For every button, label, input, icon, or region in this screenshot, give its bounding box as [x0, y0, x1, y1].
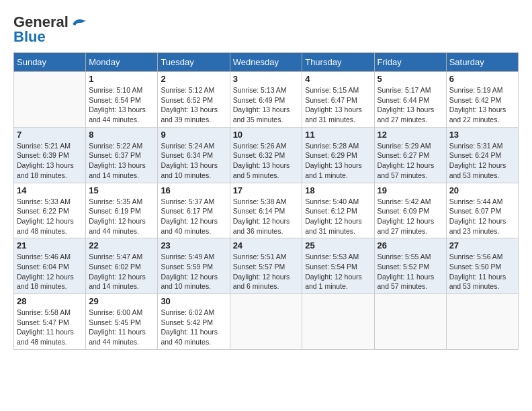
day-info: Sunrise: 5:38 AM Sunset: 6:14 PM Dayligh… [233, 197, 300, 236]
calendar-week-row: 14Sunrise: 5:33 AM Sunset: 6:22 PM Dayli… [14, 183, 519, 238]
day-number: 6 [449, 74, 515, 84]
logo: General Blue [13, 13, 89, 46]
weekday-header-wednesday: Wednesday [230, 53, 302, 72]
day-info: Sunrise: 5:53 AM Sunset: 5:54 PM Dayligh… [305, 252, 371, 291]
day-info: Sunrise: 5:51 AM Sunset: 5:57 PM Dayligh… [233, 252, 300, 291]
day-number: 19 [378, 185, 443, 195]
day-info: Sunrise: 5:56 AM Sunset: 5:50 PM Dayligh… [449, 252, 515, 291]
day-number: 20 [449, 185, 515, 195]
day-info: Sunrise: 5:40 AM Sunset: 6:12 PM Dayligh… [305, 197, 371, 236]
day-number: 14 [17, 185, 83, 195]
day-info: Sunrise: 5:15 AM Sunset: 6:47 PM Dayligh… [305, 85, 371, 125]
calendar-day-27: 27Sunrise: 5:56 AM Sunset: 5:50 PM Dayli… [446, 238, 518, 294]
day-number: 8 [89, 130, 154, 140]
day-info: Sunrise: 5:10 AM Sunset: 6:54 PM Dayligh… [89, 85, 154, 125]
day-number: 7 [17, 130, 83, 140]
calendar-day-6: 6Sunrise: 5:19 AM Sunset: 6:42 PM Daylig… [446, 72, 518, 128]
calendar-day-2: 2Sunrise: 5:12 AM Sunset: 6:52 PM Daylig… [158, 72, 230, 128]
day-number: 18 [305, 185, 371, 195]
day-info: Sunrise: 5:24 AM Sunset: 6:34 PM Dayligh… [161, 141, 226, 181]
calendar-day-28: 28Sunrise: 5:58 AM Sunset: 5:47 PM Dayli… [14, 294, 86, 350]
day-number: 5 [378, 74, 443, 84]
calendar-empty-cell [446, 294, 518, 350]
calendar-day-11: 11Sunrise: 5:28 AM Sunset: 6:29 PM Dayli… [302, 127, 374, 183]
calendar-day-4: 4Sunrise: 5:15 AM Sunset: 6:47 PM Daylig… [302, 72, 374, 128]
calendar-day-13: 13Sunrise: 5:31 AM Sunset: 6:24 PM Dayli… [446, 127, 518, 183]
day-number: 2 [161, 74, 226, 84]
calendar-day-9: 9Sunrise: 5:24 AM Sunset: 6:34 PM Daylig… [158, 127, 230, 183]
calendar-empty-cell [374, 294, 446, 350]
weekday-header-monday: Monday [86, 53, 158, 72]
day-info: Sunrise: 5:19 AM Sunset: 6:42 PM Dayligh… [449, 85, 515, 125]
day-number: 13 [449, 130, 515, 140]
day-info: Sunrise: 5:29 AM Sunset: 6:27 PM Dayligh… [378, 141, 443, 181]
calendar-day-14: 14Sunrise: 5:33 AM Sunset: 6:22 PM Dayli… [14, 183, 86, 238]
day-number: 22 [89, 240, 154, 250]
day-info: Sunrise: 5:12 AM Sunset: 6:52 PM Dayligh… [161, 85, 226, 125]
weekday-header-sunday: Sunday [14, 53, 86, 72]
day-info: Sunrise: 5:26 AM Sunset: 6:32 PM Dayligh… [233, 141, 300, 181]
day-info: Sunrise: 5:21 AM Sunset: 6:39 PM Dayligh… [17, 141, 83, 181]
day-info: Sunrise: 5:33 AM Sunset: 6:22 PM Dayligh… [17, 197, 83, 236]
calendar-day-25: 25Sunrise: 5:53 AM Sunset: 5:54 PM Dayli… [302, 238, 374, 294]
calendar-day-24: 24Sunrise: 5:51 AM Sunset: 5:57 PM Dayli… [230, 238, 302, 294]
day-number: 23 [161, 240, 226, 250]
day-info: Sunrise: 5:58 AM Sunset: 5:47 PM Dayligh… [17, 308, 83, 347]
day-info: Sunrise: 5:37 AM Sunset: 6:17 PM Dayligh… [161, 197, 226, 236]
day-info: Sunrise: 5:22 AM Sunset: 6:37 PM Dayligh… [89, 141, 154, 181]
calendar-table: SundayMondayTuesdayWednesdayThursdayFrid… [13, 52, 519, 350]
calendar-week-row: 21Sunrise: 5:46 AM Sunset: 6:04 PM Dayli… [14, 238, 519, 294]
calendar-day-30: 30Sunrise: 6:02 AM Sunset: 5:42 PM Dayli… [158, 294, 230, 350]
day-info: Sunrise: 6:00 AM Sunset: 5:45 PM Dayligh… [89, 308, 154, 347]
calendar-day-15: 15Sunrise: 5:35 AM Sunset: 6:19 PM Dayli… [86, 183, 158, 238]
calendar-day-7: 7Sunrise: 5:21 AM Sunset: 6:39 PM Daylig… [14, 127, 86, 183]
day-number: 29 [89, 296, 154, 306]
day-number: 17 [233, 185, 300, 195]
day-number: 30 [161, 296, 226, 306]
calendar-day-3: 3Sunrise: 5:13 AM Sunset: 6:49 PM Daylig… [230, 72, 302, 128]
day-number: 21 [17, 240, 83, 250]
calendar-day-29: 29Sunrise: 6:00 AM Sunset: 5:45 PM Dayli… [86, 294, 158, 350]
calendar-day-17: 17Sunrise: 5:38 AM Sunset: 6:14 PM Dayli… [230, 183, 302, 238]
weekday-header-friday: Friday [374, 53, 446, 72]
logo-blue: Blue [13, 28, 46, 46]
calendar-day-8: 8Sunrise: 5:22 AM Sunset: 6:37 PM Daylig… [86, 127, 158, 183]
calendar-day-26: 26Sunrise: 5:55 AM Sunset: 5:52 PM Dayli… [374, 238, 446, 294]
day-number: 3 [233, 74, 300, 84]
day-info: Sunrise: 5:55 AM Sunset: 5:52 PM Dayligh… [378, 252, 443, 291]
day-number: 10 [233, 130, 300, 140]
calendar-day-10: 10Sunrise: 5:26 AM Sunset: 6:32 PM Dayli… [230, 127, 302, 183]
calendar-day-1: 1Sunrise: 5:10 AM Sunset: 6:54 PM Daylig… [86, 72, 158, 128]
day-info: Sunrise: 5:49 AM Sunset: 5:59 PM Dayligh… [161, 252, 226, 291]
calendar-day-22: 22Sunrise: 5:47 AM Sunset: 6:02 PM Dayli… [86, 238, 158, 294]
calendar-week-row: 28Sunrise: 5:58 AM Sunset: 5:47 PM Dayli… [14, 294, 519, 350]
day-info: Sunrise: 5:35 AM Sunset: 6:19 PM Dayligh… [89, 197, 154, 236]
day-info: Sunrise: 5:44 AM Sunset: 6:07 PM Dayligh… [449, 197, 515, 236]
day-number: 12 [378, 130, 443, 140]
day-number: 4 [305, 74, 371, 84]
logo-bird-icon [70, 16, 89, 28]
calendar-day-20: 20Sunrise: 5:44 AM Sunset: 6:07 PM Dayli… [446, 183, 518, 238]
day-info: Sunrise: 5:13 AM Sunset: 6:49 PM Dayligh… [233, 85, 300, 125]
day-number: 16 [161, 185, 226, 195]
calendar-day-12: 12Sunrise: 5:29 AM Sunset: 6:27 PM Dayli… [374, 127, 446, 183]
header: General Blue [13, 13, 519, 46]
day-number: 9 [161, 130, 226, 140]
day-number: 24 [233, 240, 300, 250]
day-number: 11 [305, 130, 371, 140]
weekday-header-saturday: Saturday [446, 53, 518, 72]
weekday-header-tuesday: Tuesday [158, 53, 230, 72]
calendar-week-row: 1Sunrise: 5:10 AM Sunset: 6:54 PM Daylig… [14, 72, 519, 128]
calendar-empty-cell [14, 72, 86, 128]
calendar-day-21: 21Sunrise: 5:46 AM Sunset: 6:04 PM Dayli… [14, 238, 86, 294]
day-info: Sunrise: 5:17 AM Sunset: 6:44 PM Dayligh… [378, 85, 443, 125]
calendar-week-row: 7Sunrise: 5:21 AM Sunset: 6:39 PM Daylig… [14, 127, 519, 183]
day-info: Sunrise: 5:28 AM Sunset: 6:29 PM Dayligh… [305, 141, 371, 181]
day-info: Sunrise: 5:47 AM Sunset: 6:02 PM Dayligh… [89, 252, 154, 291]
day-number: 26 [378, 240, 443, 250]
calendar-header-row: SundayMondayTuesdayWednesdayThursdayFrid… [14, 53, 519, 72]
day-number: 15 [89, 185, 154, 195]
calendar-day-16: 16Sunrise: 5:37 AM Sunset: 6:17 PM Dayli… [158, 183, 230, 238]
day-number: 28 [17, 296, 83, 306]
day-info: Sunrise: 5:42 AM Sunset: 6:09 PM Dayligh… [378, 197, 443, 236]
